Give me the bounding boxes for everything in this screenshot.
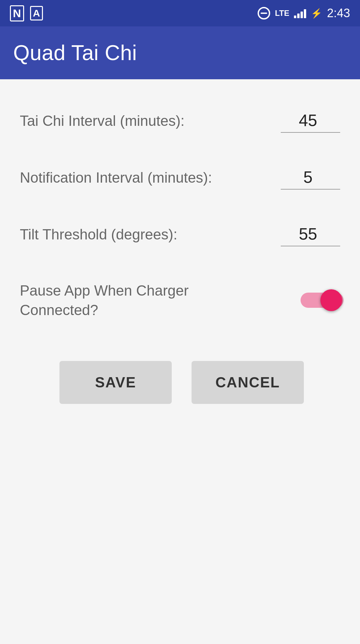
cancel-button[interactable]: CANCEL <box>192 361 304 404</box>
status-time: 2:43 <box>327 6 350 20</box>
tilt-threshold-input-wrapper <box>277 223 343 246</box>
lte-icon: LTE <box>275 9 289 18</box>
pause-app-row: Pause App When Charger Connected? <box>20 266 343 335</box>
tai-chi-interval-row: Tai Chi Interval (minutes): <box>20 96 343 146</box>
save-button[interactable]: SAVE <box>59 361 172 404</box>
pause-app-toggle[interactable] <box>301 289 343 312</box>
tilt-threshold-label: Tilt Threshold (degrees): <box>20 225 277 244</box>
status-bar-left: N A <box>10 5 43 21</box>
buttons-area: SAVE CANCEL <box>20 354 343 411</box>
app-bar: Quad Tai Chi <box>0 26 360 79</box>
signal-bars <box>294 8 306 18</box>
notification-interval-input[interactable] <box>281 166 340 190</box>
tai-chi-interval-label: Tai Chi Interval (minutes): <box>20 111 277 130</box>
app-title: Quad Tai Chi <box>13 41 137 65</box>
pause-app-label: Pause App When Charger Connected? <box>20 281 214 320</box>
main-content: Tai Chi Interval (minutes): Notification… <box>0 79 360 644</box>
toggle-thumb <box>320 289 342 311</box>
tilt-threshold-input[interactable] <box>281 223 340 246</box>
notification-interval-label: Notification Interval (minutes): <box>20 168 277 187</box>
dnd-icon <box>258 7 270 19</box>
notification-icon: N <box>10 5 24 21</box>
tilt-threshold-row: Tilt Threshold (degrees): <box>20 209 343 260</box>
tai-chi-interval-input[interactable] <box>281 109 340 133</box>
battery-icon: ⚡ <box>311 8 322 19</box>
notification-interval-row: Notification Interval (minutes): <box>20 153 343 203</box>
keyboard-icon: A <box>30 6 43 20</box>
tai-chi-interval-input-wrapper <box>277 109 343 133</box>
status-bar: N A LTE ⚡ 2:43 <box>0 0 360 26</box>
status-bar-right: LTE ⚡ 2:43 <box>258 6 350 20</box>
notification-interval-input-wrapper <box>277 166 343 190</box>
